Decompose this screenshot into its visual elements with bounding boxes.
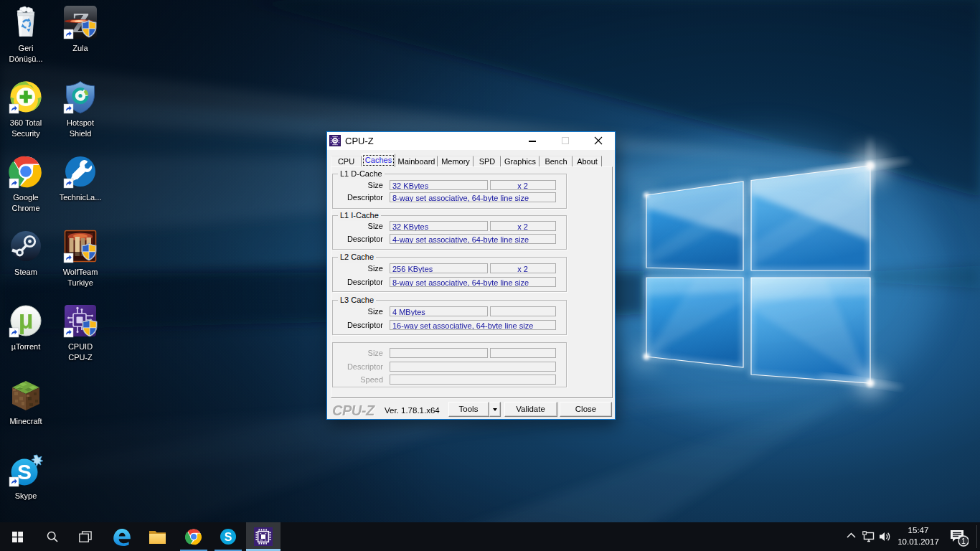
svg-text:S: S (225, 531, 232, 543)
svg-text:1: 1 (961, 537, 966, 545)
svg-text:S: S (17, 460, 32, 484)
svg-text:µ: µ (19, 305, 34, 334)
